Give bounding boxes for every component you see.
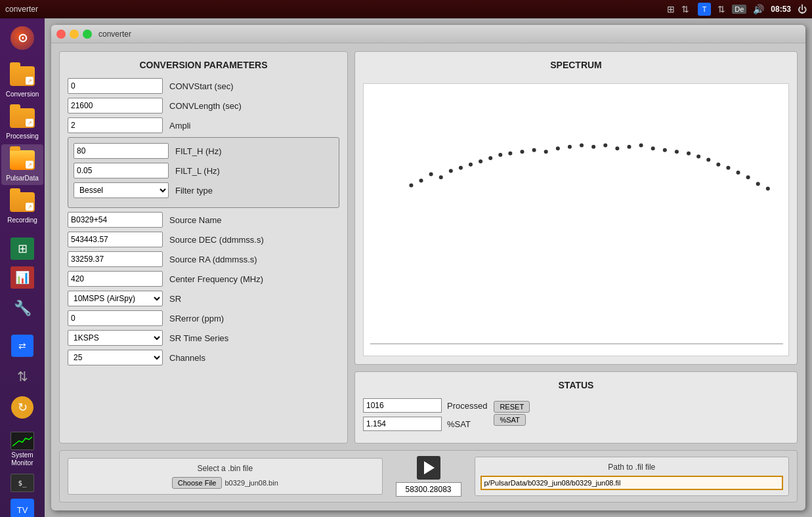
- window-maximize-button[interactable]: [83, 30, 92, 39]
- sidebar-item-update[interactable]: ↻: [1, 394, 43, 421]
- converter-window: converter CONVERSION PARAMETERS CONVStar…: [51, 25, 805, 510]
- spreadsheet-icon: ⊞: [11, 238, 34, 260]
- sidebar-item-presentation[interactable]: 📊: [1, 264, 43, 291]
- sidebar-label-pulsardata: PulsarData: [6, 175, 38, 182]
- filt-h-row: FILT_H (Hz): [74, 143, 333, 159]
- network-taskbar-icon[interactable]: ⇅: [717, 4, 725, 14]
- sidebar-item-pulsardata[interactable]: ↗ PulsarData: [1, 144, 43, 185]
- processed-input[interactable]: [363, 398, 442, 413]
- source-dec-label: Source DEC (ddmmss.s): [169, 235, 264, 245]
- sidebar-item-teamviewer[interactable]: ⇄: [1, 332, 43, 360]
- sidebar-item-sysmon[interactable]: System Monitor: [1, 429, 43, 470]
- spectrum-dot: [591, 145, 595, 149]
- filt-l-input[interactable]: [74, 163, 169, 178]
- sr-timeseries-select[interactable]: 1KSPS 2KSPS 4KSPS: [68, 330, 163, 346]
- ampli-row: Ampli: [68, 117, 339, 133]
- folder-arrow-icon: ↗: [26, 77, 33, 85]
- play-button[interactable]: [417, 456, 440, 480]
- sysmon-chart: [12, 434, 32, 447]
- taskbar-right: ⊞ ⇅ T ⇅ De 🔊 08:53 ⏻: [665, 3, 807, 16]
- window-minimize-button[interactable]: [70, 30, 79, 39]
- sr-error-label: SRerror (ppm): [169, 314, 224, 323]
- source-ra-input[interactable]: [68, 251, 163, 267]
- filt-h-input[interactable]: [74, 143, 169, 159]
- conv-start-input[interactable]: [68, 78, 163, 94]
- spectrum-dot: [603, 143, 607, 147]
- taskbar-icon-grid[interactable]: ⊞: [665, 3, 677, 15]
- spectrum-dot: [639, 143, 643, 147]
- source-ra-label: Source RA (ddmmss.s): [169, 255, 257, 264]
- window-controls-taskbar: ⊞ ⇅: [665, 3, 691, 15]
- sidebar: ⊙ ↗ Conversion ↗ Processing: [0, 18, 45, 517]
- processed-label: Processed: [447, 401, 487, 411]
- keyboard-layout[interactable]: De: [732, 5, 746, 14]
- window-titlebar: converter: [51, 25, 805, 43]
- spectrum-panel: SPECTRUM: [354, 51, 798, 365]
- conversion-panel: CONVERSION PARAMETERS CONVStart (sec) CO…: [59, 51, 348, 444]
- source-name-label: Source Name: [169, 215, 221, 225]
- spectrum-dot: [746, 175, 750, 179]
- taskbar: converter ⊞ ⇅ T ⇅ De 🔊 08:53 ⏻: [0, 0, 812, 18]
- sidebar-item-processing[interactable]: ↗ Processing: [1, 102, 43, 143]
- taskbar-icon-arrows[interactable]: ⇅: [679, 3, 691, 15]
- spectrum-dot: [687, 152, 691, 155]
- pct-sat-button[interactable]: %SAT: [494, 414, 525, 426]
- folder-arrow-icon-2: ↗: [26, 119, 33, 127]
- sidebar-item-terminal[interactable]: $_: [1, 471, 43, 495]
- sat-row: %SAT: [363, 417, 487, 431]
- play-section: [396, 456, 461, 497]
- channels-select[interactable]: 25 50 100: [68, 350, 163, 365]
- sidebar-item-ubuntu[interactable]: ⊙: [1, 24, 43, 52]
- sat-input[interactable]: [363, 417, 442, 431]
- taskbar-title: converter: [5, 5, 38, 14]
- spectrum-dot: [520, 150, 524, 154]
- sidebar-label-recording: Recording: [7, 217, 37, 224]
- choose-file-button[interactable]: Choose File: [172, 477, 223, 489]
- sr-select[interactable]: 10MSPS (AirSpy) 2.5MSPS 5MSPS: [68, 291, 163, 306]
- spectrum-dot: [726, 166, 730, 170]
- conv-start-label: CONVStart (sec): [169, 81, 234, 91]
- status-title: STATUS: [363, 380, 789, 390]
- sr-label: SR: [169, 294, 181, 304]
- presentation-icon: 📊: [11, 266, 34, 289]
- sidebar-item-teamviewer12[interactable]: TV TeamViewer 12: [1, 496, 43, 517]
- ampli-input[interactable]: [68, 117, 163, 133]
- filt-l-label: FILT_L (Hz): [175, 166, 220, 176]
- reset-button[interactable]: RESET: [494, 401, 530, 413]
- output-path-input[interactable]: [481, 476, 784, 490]
- spectrum-title: SPECTRUM: [363, 60, 789, 70]
- conversion-folder-icon: ↗: [9, 63, 35, 89]
- sidebar-item-spreadsheet[interactable]: ⊞: [1, 235, 43, 262]
- sidebar-item-recording[interactable]: ↗ Recording: [1, 186, 43, 227]
- filter-type-label: Filter type: [175, 186, 213, 196]
- sr-error-input[interactable]: [68, 310, 163, 326]
- center-freq-row: Center Frequency (MHz): [68, 271, 339, 287]
- volume-icon[interactable]: 🔊: [753, 4, 764, 14]
- folder-arrow-icon-4: ↗: [26, 203, 33, 211]
- conv-length-input[interactable]: [68, 98, 163, 114]
- frequency-input[interactable]: [396, 482, 461, 497]
- spectrum-dot: [449, 169, 453, 173]
- source-name-row: Source Name: [68, 212, 339, 228]
- source-dec-input[interactable]: [68, 232, 163, 247]
- bottom-bar: Select a .bin file Choose File b0329_jun…: [59, 450, 798, 503]
- source-name-input[interactable]: [68, 212, 163, 228]
- filter-type-select[interactable]: Bessel Butterworth Chebyshev: [74, 182, 169, 198]
- filter-type-row: Bessel Butterworth Chebyshev Filter type: [74, 182, 333, 198]
- spectrum-dot: [615, 146, 619, 150]
- spectrum-dot: [498, 153, 502, 157]
- folder-arrow-icon-3: ↗: [26, 161, 33, 169]
- processed-row: Processed: [363, 398, 487, 413]
- sidebar-item-settings[interactable]: 🔧: [1, 293, 43, 324]
- power-icon[interactable]: ⏻: [798, 4, 807, 14]
- filt-h-label: FILT_H (Hz): [175, 146, 222, 156]
- fil-file-section: Path to .fil file: [475, 457, 790, 496]
- content-area: converter CONVERSION PARAMETERS CONVStar…: [45, 18, 812, 517]
- window-close-button[interactable]: [56, 30, 66, 39]
- center-freq-input[interactable]: [68, 271, 163, 287]
- sidebar-item-network[interactable]: ⇅: [1, 361, 43, 392]
- spectrum-dot: [568, 145, 572, 149]
- spectrum-dot: [508, 152, 512, 155]
- sidebar-item-conversion[interactable]: ↗ Conversion: [1, 60, 43, 101]
- teamviewer-taskbar-icon[interactable]: T: [698, 3, 711, 16]
